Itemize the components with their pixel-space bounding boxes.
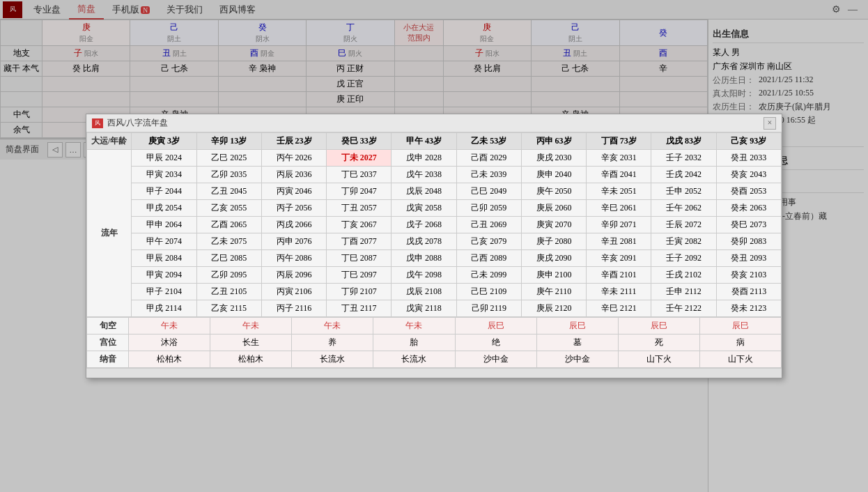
table-row[interactable]: 庚戌 2030 [521,150,586,167]
table-row[interactable]: 己巳 2049 [456,183,521,200]
table-row[interactable]: 壬寅 2082 [651,233,708,250]
table-row[interactable]: 丁未 2027 [327,150,392,167]
table-row[interactable]: 辛未 2111 [587,284,651,300]
table-row[interactable]: 壬子 2092 [651,250,708,267]
table-row[interactable]: 戊辰 2108 [392,284,456,300]
table-row[interactable]: 戊申 2088 [392,250,456,267]
table-row[interactable]: 辛卯 2071 [587,217,651,233]
table-row[interactable]: 丁巳 2037 [327,167,392,183]
table-row[interactable]: 壬午 2062 [651,200,708,217]
table-row[interactable]: 戊辰 2048 [392,183,456,200]
table-row[interactable]: 壬辰 2072 [651,217,708,233]
table-row[interactable]: 甲午 2074 [132,233,196,250]
table-row[interactable]: 丙辰 2096 [261,267,326,284]
table-row[interactable]: 己未 2099 [456,267,521,284]
table-row[interactable]: 乙酉 2065 [196,217,261,233]
table-row[interactable]: 丁卯 2107 [327,284,392,300]
table-row[interactable]: 甲辰 2024 [132,150,196,167]
table-row[interactable]: 丙申 2076 [261,233,326,250]
table-row[interactable]: 庚辰 2120 [521,300,586,317]
daguyun-col-0[interactable]: 庚寅 3岁 [132,133,196,150]
table-row[interactable]: 己卯 2119 [456,300,521,317]
table-row[interactable]: 乙巳 2025 [196,150,261,167]
table-row[interactable]: 戊午 2038 [392,167,456,183]
table-row[interactable]: 辛亥 2031 [587,150,651,167]
table-row[interactable]: 甲寅 2034 [132,167,196,183]
table-row[interactable]: 丙子 2056 [261,200,326,217]
table-row[interactable]: 辛酉 2041 [587,167,651,183]
table-row[interactable]: 丙午 2026 [261,150,326,167]
daguyun-col-6[interactable]: 丙申 63岁 [521,133,586,150]
table-row[interactable]: 庚申 2040 [521,167,586,183]
table-row[interactable]: 乙卯 2095 [196,267,261,284]
table-row[interactable]: 乙卯 2035 [196,167,261,183]
table-row[interactable]: 丁酉 2077 [327,233,392,250]
table-row[interactable]: 戊戌 2078 [392,233,456,250]
table-row[interactable]: 戊午 2098 [392,267,456,284]
table-row[interactable]: 壬戌 2102 [651,267,708,284]
table-row[interactable]: 壬申 2052 [651,183,708,200]
daguyun-col-1[interactable]: 辛卯 13岁 [196,133,261,150]
table-row[interactable]: 丙寅 2046 [261,183,326,200]
table-row[interactable]: 甲辰 2084 [132,250,196,267]
table-row[interactable]: 庚辰 2060 [521,200,586,217]
daguyun-col-4[interactable]: 甲午 43岁 [392,133,456,150]
table-row[interactable]: 庚寅 2070 [521,217,586,233]
table-row[interactable]: 庚申 2100 [521,267,586,284]
table-row[interactable]: 乙丑 2105 [196,284,261,300]
table-row[interactable]: 甲寅 2094 [132,267,196,284]
table-row[interactable]: 庚戌 2090 [521,250,586,267]
table-row[interactable]: 丙戌 2066 [261,217,326,233]
table-row[interactable]: 乙巳 2085 [196,250,261,267]
table-row[interactable]: 壬申 2112 [651,284,708,300]
horizontal-scrollbar[interactable] [86,368,708,378]
table-row[interactable]: 乙亥 2115 [196,300,261,317]
table-row[interactable]: 乙亥 2055 [196,200,261,217]
table-row[interactable]: 辛未 2051 [587,183,651,200]
daguyun-col-7[interactable]: 丁酉 73岁 [587,133,651,150]
table-row[interactable]: 己酉 2029 [456,150,521,167]
table-row[interactable]: 甲子 2104 [132,284,196,300]
table-row[interactable]: 戊申 2028 [392,150,456,167]
table-row[interactable]: 己丑 2069 [456,217,521,233]
daguyun-col-8[interactable]: 戊戌 83岁 [651,133,708,150]
daguyun-col-2[interactable]: 壬辰 23岁 [261,133,326,150]
table-row[interactable]: 壬午 2122 [651,300,708,317]
daguyun-col-5[interactable]: 乙未 53岁 [456,133,521,150]
table-row[interactable]: 丁亥 2067 [327,217,392,233]
table-row[interactable]: 辛巳 2061 [587,200,651,217]
table-row[interactable]: 戊子 2068 [392,217,456,233]
table-row[interactable]: 丁巳 2097 [327,267,392,284]
table-row[interactable]: 壬戌 2042 [651,167,708,183]
table-row[interactable]: 庚子 2080 [521,233,586,250]
table-row[interactable]: 戊寅 2118 [392,300,456,317]
table-row[interactable]: 丁巳 2087 [327,250,392,267]
table-row[interactable]: 己卯 2059 [456,200,521,217]
table-row[interactable]: 丙寅 2106 [261,284,326,300]
table-row[interactable]: 乙未 2075 [196,233,261,250]
table-row[interactable]: 己巳 2109 [456,284,521,300]
daguyun-col-3[interactable]: 癸巳 33岁 [327,133,392,150]
table-row[interactable]: 庚午 2110 [521,284,586,300]
table-row[interactable]: 丙午 2086 [261,250,326,267]
table-row[interactable]: 辛巳 2121 [587,300,651,317]
table-row[interactable]: 甲戌 2114 [132,300,196,317]
table-row[interactable]: 甲子 2044 [132,183,196,200]
table-row[interactable]: 己亥 2079 [456,233,521,250]
table-row[interactable]: 乙丑 2045 [196,183,261,200]
table-row[interactable]: 丁丑 2117 [327,300,392,317]
table-row[interactable]: 丙辰 2036 [261,167,326,183]
table-row[interactable]: 甲申 2064 [132,217,196,233]
table-row[interactable]: 丁丑 2057 [327,200,392,217]
table-row[interactable]: 戊寅 2058 [392,200,456,217]
table-row[interactable]: 己未 2039 [456,167,521,183]
table-row[interactable]: 丁卯 2047 [327,183,392,200]
table-row[interactable]: 辛亥 2091 [587,250,651,267]
table-row[interactable]: 壬子 2032 [651,150,708,167]
table-row[interactable]: 丙子 2116 [261,300,326,317]
table-row[interactable]: 己西 2089 [456,250,521,267]
table-row[interactable]: 辛丑 2081 [587,233,651,250]
table-row[interactable]: 庚午 2050 [521,183,586,200]
table-row[interactable]: 辛酉 2101 [587,267,651,284]
table-row[interactable]: 甲戌 2054 [132,200,196,217]
